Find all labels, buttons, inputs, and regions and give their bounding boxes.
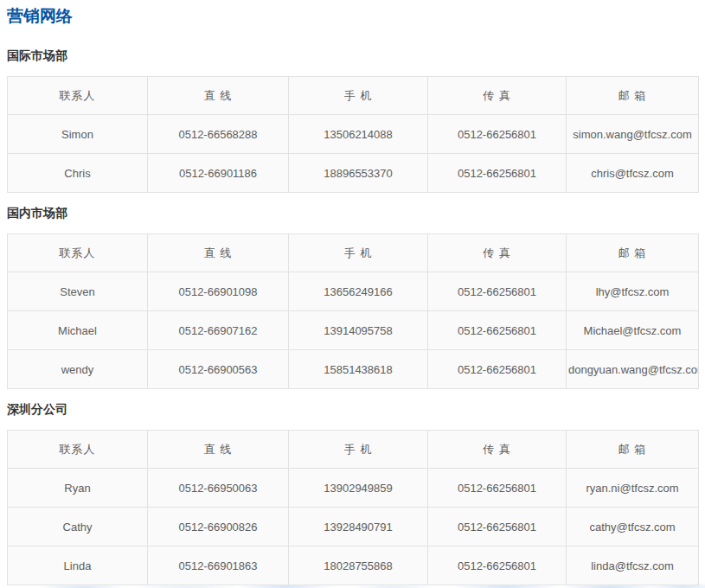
contact-section: 国内市场部联系人直 线手 机传 真邮 箱Steven0512-669010981… xyxy=(7,207,698,389)
table-row: Chris0512-66901186188965533700512-662568… xyxy=(8,154,699,193)
column-header-email: 邮 箱 xyxy=(567,234,699,272)
cell-fax: 0512-66256801 xyxy=(428,508,567,546)
table-body: Steven0512-66901098136562491660512-66256… xyxy=(8,272,699,389)
table-body: Ryan0512-66950063139029498590512-6625680… xyxy=(8,469,699,585)
cell-mobile: 15851438618 xyxy=(289,350,428,389)
cell-contact: Cathy xyxy=(8,508,148,546)
cell-contact: Linda xyxy=(8,546,148,585)
column-header-contact: 联系人 xyxy=(8,234,148,272)
cell-direct_line: 0512-66901863 xyxy=(148,546,289,585)
table-row: Steven0512-66901098136562491660512-66256… xyxy=(8,272,699,311)
cell-contact: Steven xyxy=(8,272,148,311)
cell-fax: 0512-66256801 xyxy=(428,469,567,508)
contact-section: 深圳分公司联系人直 线手 机传 真邮 箱Ryan0512-66950063139… xyxy=(7,403,698,585)
header-row: 联系人直 线手 机传 真邮 箱 xyxy=(8,234,699,272)
cell-email: simon.wang@tfcsz.com xyxy=(567,115,699,154)
cell-mobile: 18028755868 xyxy=(289,546,428,585)
cell-direct_line: 0512-66900563 xyxy=(148,350,289,389)
cell-fax: 0512-66256801 xyxy=(428,272,567,311)
cell-direct_line: 0512-66907162 xyxy=(148,311,289,350)
cell-mobile: 13506214088 xyxy=(289,115,428,154)
sections-container: 国际市场部联系人直 线手 机传 真邮 箱Simon0512-6656828813… xyxy=(7,49,698,585)
table-row: wendy0512-66900563158514386180512-662568… xyxy=(8,350,699,389)
table-head: 联系人直 线手 机传 真邮 箱 xyxy=(8,77,699,115)
cell-direct_line: 0512-66901186 xyxy=(148,154,289,193)
cell-email: linda@tfcsz.com xyxy=(567,546,699,585)
cell-email: chris@tfcsz.com xyxy=(567,154,699,193)
column-header-fax: 传 真 xyxy=(428,431,567,469)
cell-contact: Chris xyxy=(8,154,148,193)
page-title: 营销网络 xyxy=(7,0,698,26)
table-row: Cathy0512-66900826139284907910512-662568… xyxy=(8,508,699,546)
section-title: 国内市场部 xyxy=(7,207,698,220)
table-head: 联系人直 线手 机传 真邮 箱 xyxy=(8,234,699,272)
cell-mobile: 13656249166 xyxy=(289,272,428,311)
cell-contact: Michael xyxy=(8,311,148,350)
table-row: Michael0512-66907162139140957580512-6625… xyxy=(8,311,699,350)
cell-email: lhy@tfcsz.com xyxy=(567,272,699,311)
cell-mobile: 13928490791 xyxy=(289,508,428,546)
column-header-email: 邮 箱 xyxy=(567,77,699,115)
column-header-contact: 联系人 xyxy=(8,77,148,115)
cell-direct_line: 0512-66568288 xyxy=(148,115,289,154)
column-header-email: 邮 箱 xyxy=(567,431,699,469)
cell-email: dongyuan.wang@tfcsz.com xyxy=(567,350,699,389)
column-header-mobile: 手 机 xyxy=(289,431,428,469)
column-header-mobile: 手 机 xyxy=(289,77,428,115)
contacts-table: 联系人直 线手 机传 真邮 箱Steven0512-66901098136562… xyxy=(7,233,699,389)
cell-fax: 0512-66256801 xyxy=(428,154,567,193)
table-row: Ryan0512-66950063139029498590512-6625680… xyxy=(8,469,699,508)
cell-email: ryan.ni@tfcsz.com xyxy=(567,469,699,508)
column-header-direct_line: 直 线 xyxy=(148,431,289,469)
column-header-fax: 传 真 xyxy=(428,234,567,272)
section-title: 国际市场部 xyxy=(7,49,698,62)
page: 营销网络 国际市场部联系人直 线手 机传 真邮 箱Simon0512-66568… xyxy=(0,0,705,585)
cell-fax: 0512-66256801 xyxy=(428,115,567,154)
cell-fax: 0512-66256801 xyxy=(428,311,567,350)
cell-contact: Simon xyxy=(8,115,148,154)
cell-direct_line: 0512-66900826 xyxy=(148,508,289,546)
column-header-direct_line: 直 线 xyxy=(148,77,289,115)
cell-contact: wendy xyxy=(8,350,148,389)
contact-section: 国际市场部联系人直 线手 机传 真邮 箱Simon0512-6656828813… xyxy=(7,49,698,193)
cell-email: cathy@tfcsz.com xyxy=(567,508,699,546)
cell-fax: 0512-66256801 xyxy=(428,350,567,389)
cell-fax: 0512-66256801 xyxy=(428,546,567,585)
table-row: Linda0512-66901863180287558680512-662568… xyxy=(8,546,699,585)
cell-mobile: 18896553370 xyxy=(289,154,428,193)
cell-direct_line: 0512-66950063 xyxy=(148,469,289,508)
contacts-table: 联系人直 线手 机传 真邮 箱Ryan0512-6695006313902949… xyxy=(7,430,699,585)
contacts-table: 联系人直 线手 机传 真邮 箱Simon0512-665682881350621… xyxy=(7,76,699,193)
column-header-fax: 传 真 xyxy=(428,77,567,115)
section-title: 深圳分公司 xyxy=(7,403,698,416)
cell-email: Michael@tfcsz.com xyxy=(567,311,699,350)
table-row: Simon0512-66568288135062140880512-662568… xyxy=(8,115,699,154)
column-header-direct_line: 直 线 xyxy=(148,234,289,272)
cell-mobile: 13902949859 xyxy=(289,469,428,508)
header-row: 联系人直 线手 机传 真邮 箱 xyxy=(8,77,699,115)
table-body: Simon0512-66568288135062140880512-662568… xyxy=(8,115,699,193)
table-head: 联系人直 线手 机传 真邮 箱 xyxy=(8,431,699,469)
cell-contact: Ryan xyxy=(8,469,148,508)
column-header-mobile: 手 机 xyxy=(289,234,428,272)
cell-mobile: 13914095758 xyxy=(289,311,428,350)
cell-direct_line: 0512-66901098 xyxy=(148,272,289,311)
column-header-contact: 联系人 xyxy=(8,431,148,469)
header-row: 联系人直 线手 机传 真邮 箱 xyxy=(8,431,699,469)
